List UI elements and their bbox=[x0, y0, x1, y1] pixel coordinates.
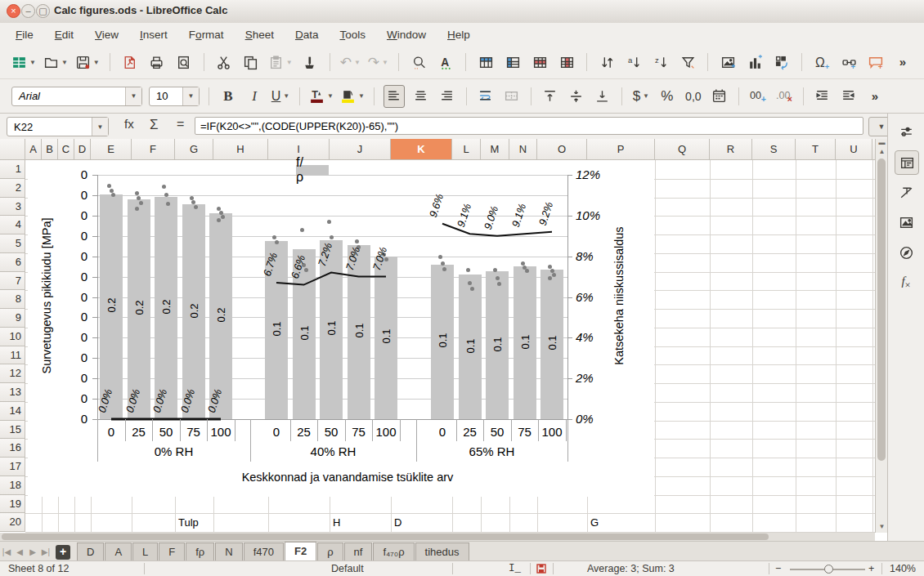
sheet-tab-ρ[interactable]: ρ bbox=[317, 543, 343, 561]
column-header-N[interactable]: N bbox=[509, 139, 537, 160]
toolbar-overflow-button[interactable]: » bbox=[893, 51, 913, 73]
column-header-L[interactable]: L bbox=[452, 139, 481, 160]
pivot-table-button[interactable] bbox=[772, 51, 792, 73]
zoom-in-icon[interactable]: + bbox=[868, 563, 874, 574]
row-header-18[interactable]: 18 bbox=[0, 476, 25, 495]
row-header-12[interactable]: 12 bbox=[0, 364, 25, 383]
cell-G20[interactable]: Tulp bbox=[178, 516, 199, 529]
column-header-U[interactable]: U bbox=[836, 139, 872, 160]
print-preview-button[interactable] bbox=[174, 51, 194, 73]
spreadsheet-grid[interactable]: ABCDEFGHIJKLMNOPQRSTUV123456789101112131… bbox=[0, 139, 875, 541]
new-document-button[interactable]: ▼ bbox=[11, 51, 36, 73]
zoom-out-icon[interactable]: − bbox=[775, 563, 781, 574]
spelling-button[interactable]: A bbox=[436, 51, 455, 73]
formula-input[interactable]: =IF(K20<>"",(CODE(UPPER(K20))-65),"") bbox=[195, 117, 863, 135]
column-header-B[interactable]: B bbox=[42, 139, 58, 160]
equals-icon[interactable]: = bbox=[177, 117, 184, 132]
font-name-dropdown[interactable]: ▼ bbox=[125, 87, 141, 105]
row-header-2[interactable]: 2 bbox=[0, 179, 25, 198]
insert-image-button[interactable] bbox=[718, 51, 738, 73]
sheet-tab-f470[interactable]: f470 bbox=[244, 543, 284, 561]
italic-button[interactable]: I bbox=[244, 86, 264, 107]
font-name-box[interactable]: Arial▼ bbox=[11, 87, 142, 106]
sheet-nav-previous-icon[interactable]: ◀ bbox=[13, 543, 26, 561]
vscroll-thumb[interactable] bbox=[877, 159, 886, 461]
bold-button[interactable]: B bbox=[218, 86, 238, 107]
sheet-tab-tihedus[interactable]: tihedus bbox=[415, 543, 469, 561]
font-color-button[interactable]: T▼ bbox=[309, 86, 334, 107]
column-header-A[interactable]: A bbox=[25, 139, 42, 160]
print-button[interactable] bbox=[147, 51, 167, 73]
center-vertically-button[interactable] bbox=[567, 86, 586, 107]
menu-help[interactable]: Help bbox=[437, 25, 481, 44]
row-header-1[interactable]: 1 bbox=[0, 160, 25, 179]
menu-insert[interactable]: Insert bbox=[129, 25, 178, 44]
sort-ascending-button[interactable]: a bbox=[624, 51, 644, 73]
column-header-F[interactable]: F bbox=[132, 139, 175, 160]
highlight-color-button[interactable]: ▼ bbox=[340, 86, 365, 107]
sheet-nav-last-icon[interactable]: ▶| bbox=[39, 543, 52, 561]
column-header-K[interactable]: K bbox=[391, 139, 452, 160]
vertical-scrollbar[interactable]: ▬ ▲ ▼ bbox=[875, 139, 887, 533]
dropdown-arrow-icon[interactable]: ▼ bbox=[354, 59, 361, 66]
menu-edit[interactable]: Edit bbox=[44, 25, 84, 44]
grid-corner[interactable] bbox=[0, 139, 25, 160]
column-header-H[interactable]: H bbox=[213, 139, 268, 160]
navigator-icon[interactable] bbox=[895, 241, 917, 264]
cell-K20[interactable]: D bbox=[394, 516, 401, 529]
dropdown-arrow-icon[interactable]: ▼ bbox=[286, 59, 293, 66]
cut-button[interactable] bbox=[214, 51, 234, 73]
menu-window[interactable]: Window bbox=[376, 25, 437, 44]
close-button[interactable]: × bbox=[7, 4, 20, 18]
export-pdf-button[interactable] bbox=[120, 51, 140, 73]
wrap-text-button[interactable] bbox=[476, 86, 496, 107]
row-header-7[interactable]: 7 bbox=[0, 272, 25, 291]
split-handle-icon[interactable]: ▬ bbox=[876, 139, 888, 146]
column-header-Q[interactable]: Q bbox=[655, 139, 710, 160]
format-number-button[interactable]: 0,0 bbox=[684, 86, 703, 107]
underline-button[interactable]: U▼ bbox=[271, 86, 290, 107]
hscroll-thumb[interactable] bbox=[2, 534, 769, 540]
special-character-button[interactable]: Ω+ bbox=[812, 51, 832, 73]
cell-J20[interactable]: H bbox=[333, 516, 340, 529]
row-header-14[interactable]: 14 bbox=[0, 402, 25, 421]
autofilter-button[interactable] bbox=[678, 51, 697, 73]
sheet-tab-f₄₇₀ρ[interactable]: f₄₇₀ρ bbox=[373, 543, 414, 561]
align-right-button[interactable] bbox=[437, 86, 457, 107]
menu-sheet[interactable]: Sheet bbox=[235, 25, 285, 44]
menu-tools[interactable]: Tools bbox=[329, 25, 376, 44]
format-currency-button[interactable]: $▼ bbox=[631, 86, 651, 107]
column-header-M[interactable]: M bbox=[481, 139, 509, 160]
row-header-6[interactable]: 6 bbox=[0, 253, 25, 272]
minimize-button[interactable]: – bbox=[21, 4, 35, 18]
toolbar-overflow-button[interactable]: » bbox=[865, 86, 885, 107]
insert-mode-icon[interactable]: I_ bbox=[509, 563, 521, 574]
row-header-19[interactable]: 19 bbox=[0, 495, 25, 514]
dropdown-arrow-icon[interactable]: ▼ bbox=[29, 59, 36, 66]
row-header-9[interactable]: 9 bbox=[0, 309, 25, 328]
delete-columns-button[interactable] bbox=[557, 51, 576, 73]
sheet-tab-L[interactable]: L bbox=[132, 543, 158, 561]
embedded-chart[interactable]: 012%0010%008%006%004%002%000%0.20.0%0.20… bbox=[28, 160, 654, 497]
font-size-dropdown[interactable]: ▼ bbox=[182, 87, 199, 105]
sheet-tab-F2[interactable]: F2 bbox=[285, 542, 316, 561]
sheet-tab-A[interactable]: A bbox=[105, 543, 132, 561]
cell-P20[interactable]: G bbox=[590, 516, 599, 529]
column-header-O[interactable]: O bbox=[537, 139, 587, 160]
column-header-S[interactable]: S bbox=[752, 139, 796, 160]
row-header-17[interactable]: 17 bbox=[0, 458, 25, 476]
align-left-button[interactable] bbox=[384, 85, 405, 108]
hyperlink-button[interactable]: + bbox=[839, 51, 859, 73]
column-header-T[interactable]: T bbox=[796, 139, 836, 160]
sum-icon[interactable]: Σ bbox=[150, 117, 159, 133]
row-header-16[interactable]: 16 bbox=[0, 439, 25, 458]
functions-icon[interactable]: f× bbox=[895, 271, 917, 294]
row-header-15[interactable]: 15 bbox=[0, 421, 25, 440]
scroll-up-icon[interactable]: ▲ bbox=[876, 148, 888, 155]
find-replace-button[interactable] bbox=[409, 51, 428, 73]
row-header-8[interactable]: 8 bbox=[0, 290, 25, 309]
menu-view[interactable]: View bbox=[84, 25, 129, 44]
page-style[interactable]: Default bbox=[331, 563, 364, 574]
dropdown-arrow-icon[interactable]: ▼ bbox=[643, 92, 649, 100]
column-header-J[interactable]: J bbox=[330, 139, 391, 160]
